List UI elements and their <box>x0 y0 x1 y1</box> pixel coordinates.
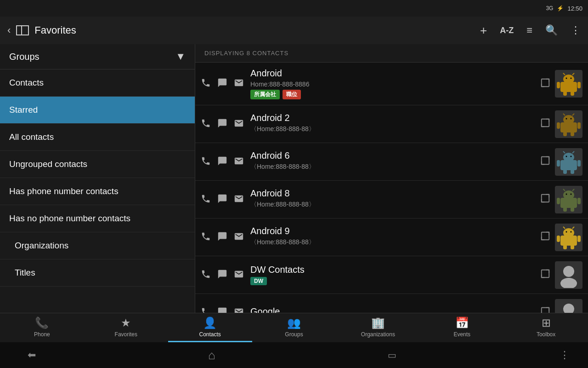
contact-phone: 〈Home:888-888-88〉 <box>250 201 536 209</box>
sidebar-item-titles[interactable]: Titles <box>0 259 195 287</box>
svg-line-28 <box>572 151 574 153</box>
svg-point-46 <box>563 228 574 237</box>
sms-button[interactable] <box>217 78 227 90</box>
sidebar-item-no-phone[interactable]: Has no phone number contacts <box>0 205 195 232</box>
sidebar-header: Groups ▼ <box>0 44 195 69</box>
sidebar-item-ungrouped[interactable]: Ungrouped contacts <box>0 151 195 178</box>
svg-point-26 <box>571 155 572 157</box>
tab-toolbox[interactable]: ⊞Toolbox <box>504 313 588 342</box>
svg-point-57 <box>560 278 577 288</box>
search-button[interactable]: 🔍 <box>545 24 558 36</box>
sms-button[interactable] <box>217 307 227 313</box>
sidebar-item-all-contacts[interactable]: All contacts <box>0 124 195 151</box>
filter-button[interactable]: ≡ <box>526 24 532 36</box>
expand-button[interactable] <box>540 193 550 206</box>
app-title: Favorites <box>34 24 475 36</box>
call-button[interactable] <box>201 156 211 168</box>
content-header: DISPLAYING 8 CONTACTS <box>195 44 588 63</box>
expand-button[interactable] <box>540 155 550 168</box>
expand-button[interactable] <box>540 118 550 130</box>
contact-name: Android <box>250 68 536 79</box>
sms-button[interactable] <box>217 231 227 243</box>
contact-row[interactable]: Android 8〈Home:888-888-88〉 <box>195 181 588 218</box>
more-button[interactable]: ⋮ <box>571 24 581 36</box>
svg-line-5 <box>563 73 565 75</box>
call-button[interactable] <box>201 231 211 243</box>
sidebar-item-has-phone[interactable]: Has phone number contacts <box>0 178 195 205</box>
email-button[interactable] <box>234 118 244 130</box>
tab-events[interactable]: 📅Events <box>420 313 504 342</box>
add-button[interactable]: + <box>480 23 487 38</box>
filter-icon[interactable]: ▼ <box>175 51 186 63</box>
avatar <box>555 186 582 213</box>
contact-row[interactable]: AndroidHome:888-888-8886所属会社職位 <box>195 63 588 105</box>
contacts-list: AndroidHome:888-888-8886所属会社職位 Android 2… <box>195 63 588 313</box>
sms-button[interactable] <box>217 118 227 130</box>
svg-rect-30 <box>577 160 581 167</box>
contact-name: DW Contacts <box>250 264 536 275</box>
tab-groups[interactable]: 👥Groups <box>252 313 336 342</box>
call-button[interactable] <box>201 269 211 281</box>
sidebar-item-starred[interactable]: Starred <box>0 97 195 124</box>
sms-button[interactable] <box>217 156 227 168</box>
sort-az-button[interactable]: A-Z <box>500 26 514 35</box>
svg-rect-53 <box>563 245 567 249</box>
back-button[interactable]: ⬅ <box>18 345 45 365</box>
contact-tag: 職位 <box>283 90 301 99</box>
contact-name: Android 8 <box>250 188 536 199</box>
contact-row[interactable]: Android 6〈Home:888-888-88〉 <box>195 143 588 181</box>
home-button[interactable]: ⌂ <box>199 345 225 366</box>
svg-rect-11 <box>542 119 549 127</box>
email-button[interactable] <box>234 307 244 313</box>
title-bar: ‹ Favorites + A-Z ≡ 🔍 ⋮ <box>0 17 588 44</box>
contact-row[interactable]: DW ContactsDW <box>195 256 588 294</box>
tab-favorites[interactable]: ★Favorites <box>84 313 168 342</box>
svg-rect-8 <box>577 82 581 88</box>
call-button[interactable] <box>201 194 211 206</box>
email-button[interactable] <box>234 269 244 281</box>
svg-rect-42 <box>563 207 567 212</box>
svg-rect-44 <box>542 232 549 240</box>
contact-row[interactable]: Android 2〈Home:888-888-88〉 <box>195 105 588 143</box>
contact-row[interactable]: Google <box>195 294 588 313</box>
email-button[interactable] <box>234 194 244 206</box>
svg-point-36 <box>566 193 567 195</box>
svg-point-59 <box>563 304 574 313</box>
events-tab-icon: 📅 <box>455 316 469 329</box>
nav-more-button[interactable]: ⋮ <box>560 349 570 361</box>
expand-button[interactable] <box>540 306 550 313</box>
svg-line-6 <box>572 73 574 75</box>
contact-row[interactable]: Android 9〈Home:888-888-88〉 <box>195 218 588 256</box>
svg-point-3 <box>566 78 567 79</box>
tab-contacts[interactable]: 👤Contacts <box>168 313 252 342</box>
sidebar-item-organizations[interactable]: Organizations <box>0 232 195 259</box>
tab-phone[interactable]: 📞Phone <box>0 313 84 342</box>
avatar <box>555 224 582 251</box>
email-button[interactable] <box>234 78 244 90</box>
expand-button[interactable] <box>540 231 550 243</box>
bottom-tabs: 📞Phone★Favorites👤Contacts👥Groups🏢Organiz… <box>0 313 588 342</box>
contacts-tab-label: Contacts <box>199 331 220 338</box>
email-button[interactable] <box>234 156 244 168</box>
avatar <box>555 261 582 289</box>
contact-name: Android 6 <box>250 150 536 161</box>
recents-button[interactable]: ▭ <box>379 346 406 364</box>
svg-rect-51 <box>557 236 560 242</box>
expand-button[interactable] <box>540 78 550 90</box>
sms-button[interactable] <box>217 269 227 281</box>
call-button[interactable] <box>201 118 211 130</box>
email-button[interactable] <box>234 231 244 243</box>
svg-point-35 <box>563 190 574 200</box>
call-button[interactable] <box>201 307 211 313</box>
svg-point-47 <box>566 231 567 232</box>
call-button[interactable] <box>201 78 211 90</box>
back-nav-icon[interactable]: ‹ <box>7 24 11 36</box>
sidebar-toggle-icon[interactable] <box>16 25 29 35</box>
sidebar-item-contacts[interactable]: Contacts <box>0 69 195 97</box>
avatar <box>555 110 582 138</box>
contact-phone: 〈Home:888-888-88〉 <box>250 238 536 247</box>
sms-button[interactable] <box>217 194 227 206</box>
svg-point-14 <box>566 118 567 119</box>
expand-button[interactable] <box>540 269 550 281</box>
tab-organizations[interactable]: 🏢Organizations <box>336 313 420 342</box>
